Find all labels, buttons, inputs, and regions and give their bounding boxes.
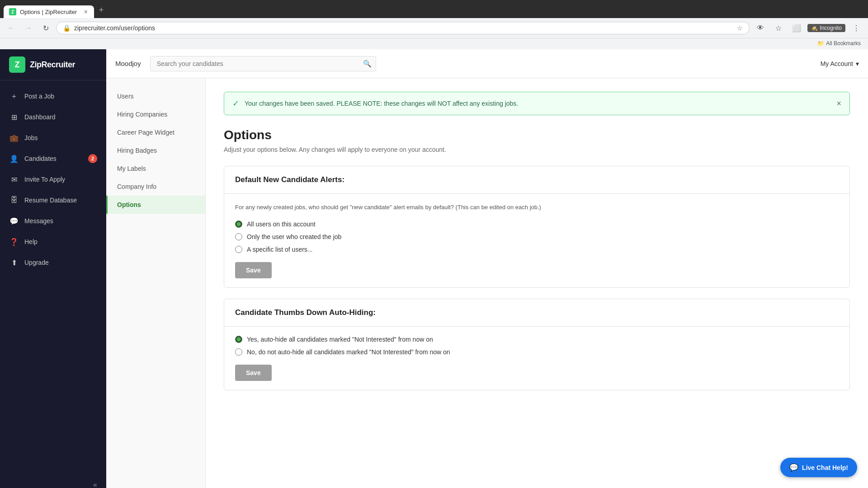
sidebar-label-candidates: Candidates [24,155,57,162]
sub-sidebar-item-my-labels[interactable]: My Labels [106,160,205,178]
options-subtitle: Adjust your options below. Any changes w… [224,146,850,153]
thumbs-down-section: Candidate Thumbs Down Auto-Hiding: Yes, … [224,299,850,390]
live-chat-button[interactable]: 💬 Live Chat Help! [780,458,857,477]
candidate-alerts-body: For any newly created jobs, who should g… [224,194,849,287]
thumbs-down-save-button[interactable]: Save [235,365,272,381]
radio-auto-hide-yes[interactable]: Yes, auto-hide all candidates marked "No… [235,336,839,343]
search-icon-button[interactable]: 🔍 [363,60,372,68]
radio-creator-only[interactable]: Only the user who created the job [235,233,839,240]
new-tab-button[interactable]: + [95,4,108,16]
thumbs-down-title: Candidate Thumbs Down Auto-Hiding: [235,308,839,317]
radio-all-users-input[interactable] [235,221,242,228]
sidebar-item-messages[interactable]: 💬 Messages [0,211,106,231]
star-icon-button[interactable]: ☆ [771,21,786,35]
sub-sidebar-item-hiring-companies[interactable]: Hiring Companies [106,105,205,123]
browser-chrome: Z Options | ZipRecruiter × + ← → ↻ 🔒 zip… [0,0,868,49]
sidebar-label-upgrade: Upgrade [24,259,49,266]
sub-sidebar-item-company-info[interactable]: Company Info [106,178,205,196]
sub-sidebar-item-options[interactable]: Options [106,196,205,214]
sidebar-label-jobs: Jobs [24,134,38,141]
live-chat-label: Live Chat Help! [802,464,848,471]
radio-creator-only-label: Only the user who created the job [247,233,341,240]
sidebar-collapse-button[interactable]: « [0,475,106,488]
sidebar-label-dashboard: Dashboard [24,113,56,121]
candidate-alerts-section: Default New Candidate Alerts: For any ne… [224,166,850,288]
radio-all-users-label: All users on this account [247,221,316,228]
sidebar-label-help: Help [24,238,38,245]
bookmarks-bar: 📁 All Bookmarks [0,38,868,49]
page-title: Options [224,128,850,142]
all-bookmarks-item[interactable]: 📁 All Bookmarks [815,39,863,47]
radio-auto-hide-no-input[interactable] [235,348,242,356]
candidates-badge: 2 [88,154,97,163]
sidebar-item-post-job[interactable]: ＋ Post a Job [0,86,106,107]
resume-icon: 🗄 [9,195,19,205]
candidates-icon: 👤 [9,154,19,164]
sidebar-label-messages: Messages [24,217,53,225]
lock-icon: 🔒 [63,24,71,32]
sidebar: Z ZipRecruiter ＋ Post a Job ⊞ Dashboard … [0,49,106,488]
sidebar-label-invite-to-apply: Invite To Apply [24,176,65,183]
messages-icon: 💬 [9,216,19,226]
radio-auto-hide-yes-label: Yes, auto-hide all candidates marked "No… [247,336,433,343]
sidebar-item-candidates[interactable]: 👤 Candidates 2 [0,148,106,169]
back-button[interactable]: ← [5,21,18,35]
sub-sidebar-item-hiring-badges[interactable]: Hiring Badges [106,141,205,160]
radio-specific-list-input[interactable] [235,246,242,253]
main-content: Moodjoy 🔍 My Account ▾ Users Hiring Comp… [106,49,868,488]
forward-button[interactable]: → [22,21,35,35]
sub-sidebar-item-career-page-widget[interactable]: Career Page Widget [106,123,205,141]
eye-icon-button[interactable]: 👁 [753,21,768,35]
company-name: Moodjoy [115,60,141,67]
radio-all-users[interactable]: All users on this account [235,221,839,228]
tab-title: Options | ZipRecruiter [20,9,80,15]
my-account-button[interactable]: My Account ▾ [821,60,859,67]
sidebar-item-jobs[interactable]: 💼 Jobs [0,127,106,148]
browser-toolbar: ← → ↻ 🔒 ziprecruiter.com/user/options ☆ … [0,18,868,38]
search-input[interactable] [150,56,376,71]
sidebar-logo: Z ZipRecruiter [0,49,106,80]
app-container: Z ZipRecruiter ＋ Post a Job ⊞ Dashboard … [0,49,868,488]
address-bar[interactable]: 🔒 ziprecruiter.com/user/options ☆ [56,22,750,34]
sidebar-nav: ＋ Post a Job ⊞ Dashboard 💼 Jobs 👤 Candid… [0,80,106,475]
success-check-icon: ✓ [232,99,239,108]
candidate-alerts-description: For any newly created jobs, who should g… [235,203,839,212]
success-close-button[interactable]: × [836,99,841,108]
success-banner: ✓ Your changes have been saved. PLEASE N… [224,92,850,115]
options-content: ✓ Your changes have been saved. PLEASE N… [206,78,868,488]
incognito-icon: 🕵 [811,25,818,31]
sidebar-item-resume-database[interactable]: 🗄 Resume Database [0,190,106,211]
tab-close-button[interactable]: × [83,8,89,15]
my-account-chevron-icon: ▾ [856,60,859,67]
bookmarks-folder-icon: 📁 [817,40,824,47]
refresh-button[interactable]: ↻ [39,21,52,35]
candidate-alerts-save-button[interactable]: Save [235,262,272,278]
radio-specific-list[interactable]: A specific list of users... [235,246,839,253]
success-message: Your changes have been saved. PLEASE NOT… [245,100,831,107]
chat-bubble-icon: 💬 [789,463,798,472]
sidebar-label-post-job: Post a Job [24,93,54,100]
profile-icon-button[interactable]: ⬜ [789,21,804,35]
sidebar-item-upgrade[interactable]: ⬆ Upgrade [0,252,106,273]
radio-auto-hide-yes-input[interactable] [235,336,242,343]
sidebar-item-invite-to-apply[interactable]: ✉ Invite To Apply [0,169,106,190]
thumbs-down-header: Candidate Thumbs Down Auto-Hiding: [224,299,849,327]
candidate-alerts-title: Default New Candidate Alerts: [235,175,839,184]
sidebar-item-dashboard[interactable]: ⊞ Dashboard [0,107,106,127]
top-header: Moodjoy 🔍 My Account ▾ [106,49,868,78]
active-tab[interactable]: Z Options | ZipRecruiter × [4,5,94,18]
incognito-badge: 🕵 Incognito [807,24,845,32]
radio-creator-only-input[interactable] [235,233,242,240]
sidebar-item-help[interactable]: ❓ Help [0,231,106,252]
incognito-label: Incognito [820,25,842,31]
search-container: 🔍 [150,56,376,71]
logo-icon: Z [9,56,25,73]
collapse-icon: « [93,481,97,488]
browser-tabs: Z Options | ZipRecruiter × + [0,4,868,18]
address-star-icon: ☆ [737,24,743,32]
my-account-label: My Account [821,60,853,67]
radio-auto-hide-no[interactable]: No, do not auto-hide all candidates mark… [235,348,839,356]
menu-button[interactable]: ⋮ [849,21,863,35]
header-right: My Account ▾ [821,60,859,67]
sub-sidebar-item-users[interactable]: Users [106,87,205,105]
